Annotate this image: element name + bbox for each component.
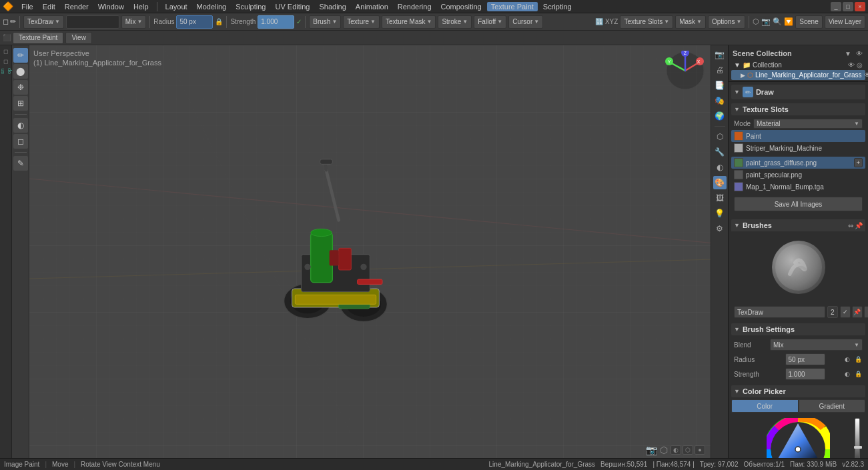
close-button[interactable]: ×: [855, 2, 865, 11]
view-layer-props-icon[interactable]: 📑: [713, 79, 727, 92]
strength-lock-icon[interactable]: 🔒: [853, 369, 863, 379]
material-paint-item[interactable]: Paint: [731, 130, 865, 142]
gradient-tab[interactable]: Gradient: [799, 399, 866, 413]
menu-file[interactable]: File: [17, 2, 37, 11]
menu-sculpting[interactable]: Sculpting: [232, 2, 270, 11]
texture-dropdown[interactable]: Texture ▼: [343, 15, 380, 29]
object-item[interactable]: ▶ ⬡ Line_Marking_Applicator_for_Grass 👁 …: [731, 70, 865, 80]
world-props-icon[interactable]: 🌍: [713, 109, 727, 123]
data-props-icon[interactable]: ◐: [713, 161, 727, 174]
brushes-header[interactable]: ▼ Brushes ⇔ 📌: [731, 219, 865, 231]
material-props-icon[interactable]: 🎨: [713, 176, 727, 189]
falloff-dropdown[interactable]: Falloff ▼: [474, 15, 506, 29]
menu-shading[interactable]: Shading: [315, 2, 350, 11]
brush-settings-header[interactable]: ▼ Brush Settings: [731, 323, 865, 335]
shading-material[interactable]: ⬡: [683, 445, 693, 455]
texture-slots-header[interactable]: ▼ Texture Slots: [731, 103, 865, 115]
brush-dropdown[interactable]: Brush ▼: [309, 15, 341, 29]
texture-file-1[interactable]: paint_grass_diffuse.png +: [731, 157, 865, 169]
color-tab[interactable]: Color: [731, 399, 799, 413]
blend-selector[interactable]: Mix ▼: [121, 15, 146, 29]
smear-tool-btn[interactable]: ❉: [13, 80, 28, 95]
menu-texturepaint[interactable]: Texture Paint: [487, 2, 538, 11]
menu-uvediting[interactable]: UV Editing: [271, 2, 314, 11]
fill-tool-btn[interactable]: ◐: [13, 118, 28, 133]
radius-setting-num[interactable]: 50 px: [785, 353, 825, 365]
menu-help[interactable]: Help: [129, 2, 153, 11]
strength-pressure-icon[interactable]: ◐: [843, 369, 852, 379]
brushes-expand-icon[interactable]: ⇔: [848, 222, 853, 229]
color-wheel-svg[interactable]: [767, 418, 830, 458]
texture-slots-btn[interactable]: Texture Slots ▼: [620, 15, 673, 29]
clone-tool-btn[interactable]: ⊞: [13, 96, 28, 111]
outliner-filter-icon[interactable]: ▼: [843, 49, 853, 58]
menu-window[interactable]: Window: [94, 2, 128, 11]
lightness-handle[interactable]: [854, 446, 862, 449]
strength-input[interactable]: 1.000: [258, 15, 294, 29]
outliner-eye-icon[interactable]: 👁: [855, 49, 864, 58]
shading-render[interactable]: ●: [695, 445, 705, 455]
cursor-dropdown[interactable]: Cursor ▼: [508, 15, 543, 29]
texture-mask-dropdown[interactable]: Texture Mask ▼: [382, 15, 436, 29]
shading-solid[interactable]: ◐: [671, 445, 681, 455]
blend-setting-field[interactable]: Mix ▼: [770, 339, 863, 351]
brush-delete-btn[interactable]: ×: [864, 306, 868, 318]
viewport[interactable]: User Perspective (1) Line_Marking_Applic…: [29, 45, 711, 458]
color-picker-header[interactable]: ▼ Color Picker: [731, 385, 865, 397]
radius-pressure-icon[interactable]: ◐: [843, 355, 852, 364]
shading-btn[interactable]: ⬡: [660, 445, 668, 455]
draw-tool-btn[interactable]: ✏: [13, 48, 28, 63]
viewport-gizmo[interactable]: X Y Z: [665, 51, 705, 91]
save-all-images-btn[interactable]: Save All Images: [734, 197, 863, 211]
brush-name-field[interactable]: [734, 306, 825, 318]
maximize-button[interactable]: □: [843, 2, 853, 11]
radius-input[interactable]: 50 px: [176, 15, 213, 29]
modifier-props-icon[interactable]: 🔧: [713, 145, 727, 159]
collection-visibility-icon[interactable]: 👁: [848, 61, 855, 69]
menu-render[interactable]: Render: [61, 2, 93, 11]
view-tab[interactable]: View: [65, 32, 92, 44]
view-layer-selector[interactable]: View Layer: [825, 15, 865, 29]
lightness-slider[interactable]: [855, 418, 860, 458]
strength-setting-num[interactable]: 1.000: [785, 368, 825, 380]
scene-selector[interactable]: Scene: [795, 15, 822, 29]
material-striper-item[interactable]: Striper_Marking_Machine: [731, 142, 865, 154]
brush-confirm-btn[interactable]: ✓: [840, 306, 851, 318]
menu-layout[interactable]: Layout: [161, 2, 191, 11]
object-visibility-icon[interactable]: 👁: [864, 71, 868, 79]
collection-hide-icon[interactable]: ◎: [857, 61, 863, 69]
add-texture-btn[interactable]: +: [854, 158, 863, 167]
menu-modeling[interactable]: Modeling: [193, 2, 231, 11]
menu-compositing[interactable]: Compositing: [437, 2, 486, 11]
texture-props-icon[interactable]: 🖼: [713, 191, 727, 205]
texture-file-3[interactable]: Map_1_Normal_Bump.tga: [731, 181, 865, 193]
texture-paint-tab[interactable]: Texture Paint: [13, 32, 63, 44]
output-props-icon[interactable]: 🖨: [713, 63, 727, 77]
menu-edit[interactable]: Edit: [39, 2, 59, 11]
scene-props-icon[interactable]: 🎭: [713, 94, 727, 107]
menu-scripting[interactable]: Scripting: [539, 2, 576, 11]
mode-selector[interactable]: TexDraw ▼: [23, 15, 64, 29]
render-props-icon[interactable]: 📷: [713, 48, 727, 61]
menu-rendering[interactable]: Rendering: [394, 2, 436, 11]
collection-item[interactable]: ▼ 📁 Collection 👁 ◎: [731, 60, 865, 70]
draw-header[interactable]: ▼ ✏ Draw: [731, 85, 865, 99]
soften-tool-btn[interactable]: ⬤: [13, 64, 28, 79]
brush-name-input[interactable]: [66, 15, 119, 29]
stroke-dropdown[interactable]: Stroke ▼: [438, 15, 472, 29]
object-props-icon[interactable]: ⬡: [713, 130, 727, 143]
options-btn[interactable]: Options ▼: [708, 15, 745, 29]
physics-props-icon[interactable]: ⚙: [713, 222, 727, 235]
minimize-button[interactable]: _: [831, 2, 841, 11]
annotate-tool-btn[interactable]: ✎: [13, 156, 28, 171]
radius-lock-icon[interactable]: 🔒: [853, 355, 863, 364]
particles-props-icon[interactable]: 💡: [713, 207, 727, 220]
mask-btn[interactable]: Mask ▼: [675, 15, 706, 29]
texture-file-2[interactable]: paint_specular.png: [731, 169, 865, 181]
brushes-pin-icon[interactable]: 📌: [855, 222, 863, 229]
camera-view-btn[interactable]: 📷: [646, 445, 657, 455]
mode-dropdown[interactable]: Material ▼: [753, 119, 863, 129]
menu-animation[interactable]: Animation: [352, 2, 392, 11]
brush-fake-user-btn[interactable]: 📌: [852, 306, 863, 318]
mask-tool-btn[interactable]: ◻: [13, 134, 28, 149]
